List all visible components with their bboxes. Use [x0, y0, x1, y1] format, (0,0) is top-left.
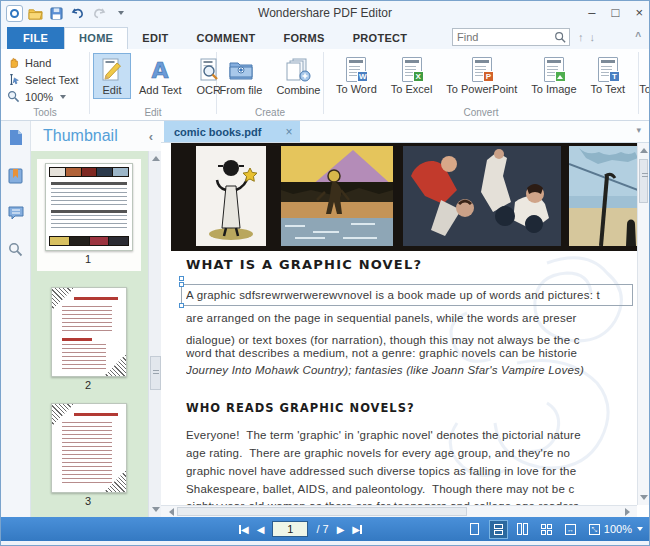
powerpoint-doc-icon: P — [472, 57, 492, 82]
status-bar: ◀ ◀ / 7 ▶ ▶ ↔ ⤡ 100% — [1, 517, 649, 541]
search-panel-icon[interactable] — [8, 242, 23, 257]
scrollbar-thumb[interactable] — [639, 159, 648, 203]
find-input[interactable] — [453, 31, 554, 43]
continuous-view-icon[interactable] — [490, 521, 507, 538]
add-text-button[interactable]: A Add Text — [133, 53, 188, 99]
facing-view-icon[interactable] — [514, 521, 531, 538]
minimize-button[interactable]: – — [588, 1, 595, 25]
undo-icon[interactable] — [69, 5, 86, 22]
to-word-label: To Word — [336, 83, 377, 95]
close-tab-icon[interactable]: × — [285, 125, 292, 139]
zoom-level-control[interactable]: 100% — [7, 88, 89, 105]
find-previous-icon[interactable]: ↑ — [578, 31, 584, 43]
scroll-down-icon[interactable] — [152, 507, 160, 512]
comment-panel-icon[interactable] — [8, 206, 24, 220]
horizontal-scrollbar[interactable] — [161, 505, 637, 517]
page-thumbnail-3[interactable] — [51, 403, 127, 493]
window-frame — [1, 541, 649, 546]
hide-tabbar-icon[interactable]: ▾ — [636, 125, 641, 135]
zoom-control[interactable]: 100% — [604, 523, 643, 535]
to-powerpoint-label: To PowerPoint — [446, 83, 517, 95]
page-number-input[interactable] — [272, 521, 308, 537]
tab-forms[interactable]: FORMS — [269, 28, 338, 49]
scroll-right-icon[interactable] — [625, 508, 634, 516]
tab-home[interactable]: HOME — [64, 27, 128, 49]
scroll-left-icon[interactable] — [165, 508, 174, 516]
vertical-scrollbar[interactable] — [637, 143, 649, 505]
scroll-up-icon[interactable] — [152, 156, 160, 161]
close-button[interactable]: × — [635, 1, 643, 25]
thumbnail-panel-icon[interactable] — [8, 129, 23, 146]
to-image-button[interactable]: To Image — [525, 53, 582, 98]
document-tab[interactable]: comic books.pdf × — [164, 121, 300, 142]
bookmark-panel-icon[interactable] — [8, 168, 23, 184]
to-powerpoint-button[interactable]: P To PowerPoint — [440, 53, 523, 98]
hand-tool-button[interactable]: Hand — [7, 54, 89, 71]
fit-page-icon[interactable]: ⤡ — [586, 521, 603, 538]
edit-label: Edit — [103, 84, 122, 96]
from-file-button[interactable]: From file — [214, 53, 269, 99]
select-text-label: Select Text — [25, 74, 79, 86]
page-thumbnail-2[interactable] — [51, 287, 127, 377]
document-area: comic books.pdf × ▾ — [161, 121, 649, 517]
scrollbar-thumb[interactable] — [150, 356, 161, 390]
find-next-icon[interactable]: ↓ — [590, 31, 596, 43]
app-logo-icon — [6, 5, 23, 22]
first-page-button[interactable]: ◀ — [239, 524, 249, 535]
zoom-dropdown-icon[interactable] — [637, 527, 643, 531]
selection-handle[interactable] — [179, 303, 184, 308]
scroll-up-icon[interactable] — [640, 148, 648, 153]
tab-edit[interactable]: EDIT — [128, 28, 182, 49]
title-bar: Wondershare PDF Editor – □ × — [1, 1, 649, 25]
comic-panel-4 — [569, 146, 638, 246]
folder-plus-icon — [227, 57, 255, 83]
zoom-dropdown-icon[interactable] — [60, 95, 66, 99]
selection-handle[interactable] — [179, 282, 184, 287]
maximize-button[interactable]: □ — [612, 1, 620, 25]
hand-icon — [7, 56, 20, 69]
page-navigation: ◀ ◀ / 7 ▶ ▶ — [239, 521, 362, 537]
text-cursor-icon — [7, 73, 20, 86]
scrollbar-thumb[interactable] — [177, 507, 467, 516]
to-excel-label: To Excel — [391, 83, 433, 95]
tab-file[interactable]: FILE — [7, 27, 64, 49]
collapse-ribbon-icon[interactable]: ^ — [635, 31, 641, 42]
combine-button[interactable]: Combine — [270, 53, 326, 99]
select-text-button[interactable]: Select Text — [7, 71, 89, 88]
tab-comment[interactable]: COMMENT — [183, 28, 270, 49]
to-excel-button[interactable]: X To Excel — [385, 53, 439, 98]
selection-handle[interactable] — [179, 276, 184, 281]
redo-icon[interactable] — [90, 5, 107, 22]
tab-protect[interactable]: PROTECT — [339, 28, 422, 49]
to-word-button[interactable]: W To Word — [330, 53, 383, 98]
group-create: From file Combine Create — [217, 49, 323, 120]
page-number-2: 2 — [85, 379, 91, 391]
image-doc-icon — [544, 57, 564, 82]
quad-view-icon[interactable] — [538, 521, 555, 538]
search-icon — [554, 31, 566, 43]
page-total-label: / 7 — [316, 523, 328, 535]
customize-quick-access-icon[interactable] — [111, 5, 128, 22]
page-thumbnail-1[interactable] — [45, 163, 133, 251]
edit-button[interactable]: Edit — [93, 53, 131, 99]
open-file-icon[interactable] — [27, 5, 44, 22]
group-convert: W To Word X To Excel P To PowerPoint To … — [324, 49, 638, 120]
zoom-icon — [7, 90, 20, 103]
svg-text:A: A — [152, 58, 169, 83]
next-page-button[interactable]: ▶ — [337, 524, 345, 535]
thumbnail-scrollbar[interactable] — [148, 151, 161, 517]
view-mode-buttons: ↔ ⤡ — [466, 521, 603, 538]
group-label-convert: Convert — [324, 107, 638, 118]
pdf-canvas[interactable]: WHAT IS A GRAPHIC NOVEL? A graphic sdfsr… — [161, 143, 649, 517]
document-heading-2: WHO READS GRAPHIC NOVELS? — [186, 401, 415, 415]
save-icon[interactable] — [48, 5, 65, 22]
to-other-button[interactable]: To Other — [633, 53, 650, 98]
scroll-down-icon[interactable] — [640, 495, 648, 500]
previous-page-button[interactable]: ◀ — [257, 524, 265, 535]
last-page-button[interactable]: ▶ — [352, 524, 362, 535]
collapse-panel-icon[interactable]: ‹ — [149, 129, 153, 144]
single-page-view-icon[interactable] — [466, 521, 483, 538]
fit-width-icon[interactable]: ↔ — [562, 521, 579, 538]
to-text-button[interactable]: T To Text — [585, 53, 632, 98]
group-edit: Edit A Add Text OCR Edit — [90, 49, 216, 120]
